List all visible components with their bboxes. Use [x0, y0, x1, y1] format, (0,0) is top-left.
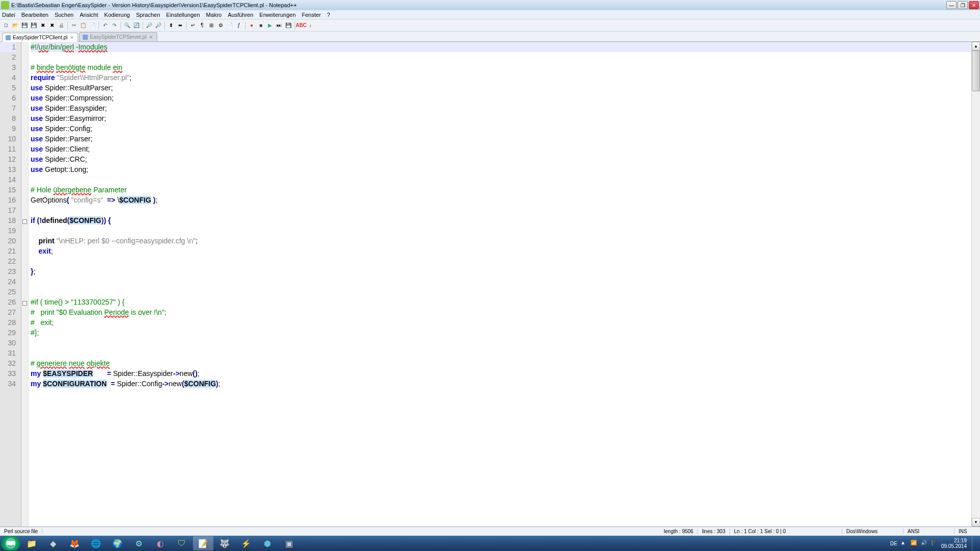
fold-cell[interactable]: - [21, 215, 28, 226]
menu-suchen[interactable]: Suchen [55, 12, 74, 18]
replace-icon[interactable]: 🔄 [132, 21, 140, 30]
code-line[interactable]: use Getopt::Long; [31, 164, 971, 174]
taskbar-app-5[interactable]: ⚡ [236, 536, 256, 550]
line-number[interactable]: 6 [0, 93, 16, 103]
line-number[interactable]: 27 [0, 307, 16, 317]
code-line[interactable]: use Spider::ResultParser; [31, 83, 971, 93]
menu-datei[interactable]: Datei [2, 12, 15, 18]
code-line[interactable]: use Spider::CRC; [31, 154, 971, 164]
taskbar-app-3[interactable]: ⚙ [129, 536, 149, 550]
line-number[interactable]: 28 [0, 317, 16, 328]
vertical-scrollbar[interactable]: ▲ ▼ [971, 42, 980, 527]
code-line[interactable]: print "\nHELP: perl $0 --config=easyspid… [31, 236, 971, 246]
code-line[interactable]: exit; [31, 246, 971, 256]
scroll-up-icon[interactable]: ▲ [972, 42, 980, 51]
code-line[interactable]: GetOptions( "config=s" => \$CONFIG ); [31, 195, 971, 205]
speaker-icon[interactable]: 🔊 [921, 540, 928, 547]
macro-record-icon[interactable]: ● [248, 21, 256, 30]
code-line[interactable] [31, 277, 971, 287]
flag-icon[interactable]: 🏴 [931, 540, 938, 547]
line-number[interactable]: 16 [0, 195, 16, 205]
line-number[interactable]: 20 [0, 236, 16, 246]
taskbar-app-1[interactable]: ◆ [43, 536, 63, 550]
close-all-icon[interactable]: ✖ [48, 21, 56, 30]
taskbar-explorer[interactable]: 📁 [21, 536, 42, 550]
tab-close-icon[interactable]: ✕ [149, 35, 154, 40]
network-icon[interactable]: 📶 [911, 540, 918, 547]
taskbar-app-2[interactable]: 🌍 [107, 536, 128, 550]
sync-v-icon[interactable]: ⬍ [167, 21, 175, 30]
menu-fenster[interactable]: Fenster [302, 12, 321, 18]
status-encoding[interactable]: ANSI [903, 529, 954, 534]
macro-save-icon[interactable]: 💾 [284, 21, 292, 30]
fold-toggle-icon[interactable]: - [22, 219, 27, 224]
fold-margin[interactable]: -- [21, 42, 29, 527]
code-line[interactable]: # exit; [31, 317, 971, 328]
menu-sprachen[interactable]: Sprachen [136, 12, 160, 18]
doc-map-icon[interactable]: 📄 [226, 21, 234, 30]
line-number[interactable]: 4 [0, 72, 16, 83]
line-number[interactable]: 17 [0, 205, 16, 215]
code-line[interactable]: use Spider::Client; [31, 144, 971, 154]
close-button[interactable]: ✕ [969, 1, 979, 9]
tab-file-2[interactable]: EasySpiderTCPServer.pl ✕ [79, 32, 157, 41]
scrollbar-thumb[interactable] [972, 51, 980, 91]
line-number[interactable]: 1 [0, 42, 16, 52]
menu-kodierung[interactable]: Kodierung [104, 12, 130, 18]
line-number[interactable]: 33 [0, 368, 16, 379]
open-file-icon[interactable]: 📂 [11, 21, 19, 30]
code-line[interactable]: # binde benötigte module ein [31, 62, 971, 72]
status-insert-mode[interactable]: INS [954, 529, 980, 534]
code-line[interactable]: require "Spider\\HtmlParser.pl"; [31, 72, 971, 83]
cut-icon[interactable]: ✂ [70, 21, 78, 30]
copy-icon[interactable]: 📋 [79, 21, 87, 30]
taskbar-app-4[interactable]: 🐺 [214, 536, 235, 550]
taskbar-notepadpp[interactable]: 📝 [193, 536, 213, 550]
code-line[interactable] [31, 348, 971, 358]
line-number[interactable]: 29 [0, 328, 16, 338]
language-indicator[interactable]: DE [890, 541, 897, 546]
menu-bearbeiten[interactable]: Bearbeiten [21, 12, 48, 18]
line-number[interactable]: 13 [0, 164, 16, 174]
undo-icon[interactable]: ↶ [101, 21, 109, 30]
code-line[interactable]: use Spider::Parser; [31, 134, 971, 144]
code-line[interactable]: # Hole übergebene Parameter [31, 185, 971, 195]
user-lang-icon[interactable]: ⚙ [216, 21, 225, 30]
line-number[interactable]: 7 [0, 103, 16, 113]
line-number[interactable]: 9 [0, 123, 16, 134]
line-number[interactable]: 22 [0, 256, 16, 266]
code-line[interactable] [31, 338, 971, 348]
code-line[interactable]: #if ( time() > "1133700257" ) { [31, 297, 971, 307]
menu-einstellungen[interactable]: Einstellungen [166, 12, 200, 18]
macro-play-icon[interactable]: ▶ [266, 21, 274, 30]
indent-guide-icon[interactable]: ⊞ [207, 21, 215, 30]
line-number[interactable]: 26 [0, 297, 16, 307]
menu-makro[interactable]: Makro [206, 12, 222, 18]
taskbar-firefox[interactable]: 🦊 [64, 536, 85, 550]
taskbar-app-6[interactable]: ⬢ [257, 536, 278, 550]
taskbar-app-7[interactable]: ▣ [279, 536, 299, 550]
line-number[interactable]: 25 [0, 287, 16, 297]
tray-up-icon[interactable]: ▲ [900, 540, 908, 547]
line-number[interactable]: 2 [0, 52, 16, 62]
print-icon[interactable]: 🖨 [57, 21, 65, 30]
taskbar-chrome[interactable]: 🌐 [86, 536, 106, 550]
zoom-in-icon[interactable]: 🔎 [145, 21, 153, 30]
code-line[interactable] [31, 174, 971, 185]
taskbar-eclipse[interactable]: ◐ [150, 536, 170, 550]
code-line[interactable]: if (!defined($CONFIG)) { [31, 215, 971, 226]
fold-cell[interactable]: - [21, 297, 28, 307]
code-line[interactable] [31, 256, 971, 266]
line-number[interactable]: 31 [0, 348, 16, 358]
code-area[interactable]: #!/usr/bin/perl -Imodules# binde benötig… [29, 42, 971, 527]
start-button[interactable] [1, 536, 20, 550]
line-number[interactable]: 15 [0, 185, 16, 195]
save-icon[interactable]: 💾 [20, 21, 29, 30]
code-line[interactable]: use Spider::Compression; [31, 93, 971, 103]
code-line[interactable]: #}; [31, 328, 971, 338]
macro-play-multi-icon[interactable]: ⏭ [275, 21, 283, 30]
scrollbar-track[interactable] [972, 51, 980, 518]
paste-icon[interactable]: 📄 [88, 21, 96, 30]
line-number[interactable]: 5 [0, 83, 16, 93]
menu-help[interactable]: ? [327, 12, 330, 18]
